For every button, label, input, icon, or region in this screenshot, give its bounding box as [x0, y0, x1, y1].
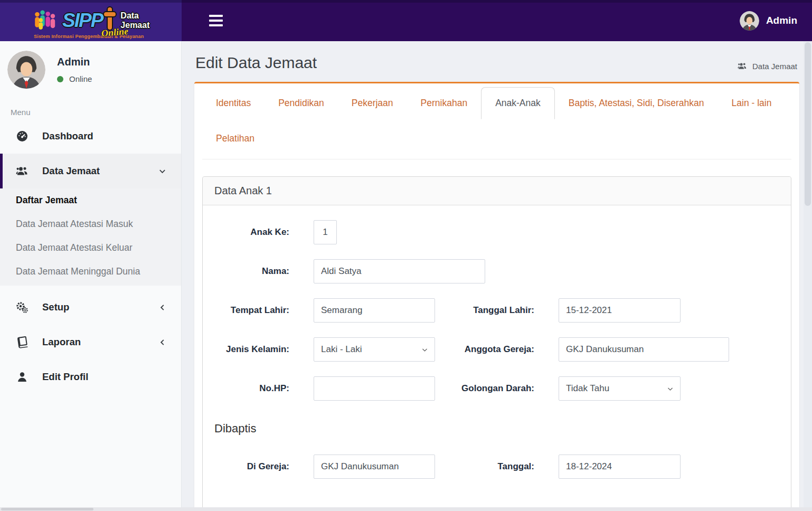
tanggal-baptis-label: Tanggal:: [457, 460, 534, 474]
vertical-scrollbar[interactable]: [804, 41, 812, 507]
nama-label: Nama:: [212, 264, 289, 278]
chevron-left-icon: [158, 338, 166, 346]
chevron-down-icon: [667, 385, 674, 392]
form-row-baptis: Di Gereja: Tanggal:: [212, 455, 782, 479]
sidebar-toggle-button[interactable]: [209, 15, 223, 26]
chevron-left-icon: [158, 304, 166, 311]
logo-online-text: Online: [101, 26, 129, 39]
anggota-gereja-label: Anggota Gereja:: [457, 343, 534, 356]
sidebar: Admin Online Menu Dashboard Data Jemaat: [0, 41, 182, 507]
main-content: Edit Data Jemaat Data Jemaat Identitas P…: [182, 41, 804, 507]
di-gereja-input[interactable]: [314, 455, 435, 479]
navbar-avatar: [740, 11, 759, 31]
tanggal-baptis-input[interactable]: [559, 455, 681, 479]
golongan-darah-select[interactable]: Tidak Tahu: [559, 376, 681, 401]
anak-ke-input[interactable]: [314, 220, 337, 244]
logo-wordmark: SIPP Online Data Jemaat: [62, 10, 159, 32]
sidebar-item-edit-profil[interactable]: Edit Profil: [0, 359, 181, 394]
tab-baptis-atestasi-sidi-diserahkan[interactable]: Baptis, Atestasi, Sidi, Diserahkan: [555, 91, 718, 115]
cross-icon: [103, 7, 116, 30]
form-row-hp-darah: No.HP: Golongan Darah: Tidak Tahu: [212, 376, 782, 401]
gears-icon: [16, 301, 29, 314]
jenis-kelamin-select[interactable]: Laki - Laki: [314, 337, 435, 362]
no-hp-input[interactable]: [314, 376, 435, 401]
sidebar-item-data-jemaat[interactable]: Data Jemaat: [0, 154, 181, 188]
sidebar-subitem-atestasi-masuk[interactable]: Data Jemaat Atestasi Masuk: [0, 212, 181, 236]
dibaptis-section-heading: Dibaptis: [214, 422, 782, 436]
tab-pernikahan[interactable]: Pernikahan: [407, 91, 481, 115]
users-icon: [738, 61, 747, 71]
sidebar-user-panel: Admin Online: [0, 41, 181, 98]
tempat-lahir-input[interactable]: [314, 298, 435, 323]
horizontal-scrollbar-thumb[interactable]: [1, 508, 93, 510]
sidebar-item-label: Dashboard: [42, 130, 93, 142]
no-hp-label: No.HP:: [212, 382, 289, 395]
sidebar-item-laporan[interactable]: Laporan: [0, 325, 181, 359]
sidebar-item-label: Edit Profil: [42, 371, 88, 383]
page-title: Edit Data Jemaat: [195, 54, 317, 72]
tab-lain-lain[interactable]: Lain - lain: [718, 91, 786, 115]
anak-ke-label: Anak Ke:: [212, 225, 289, 239]
vertical-scrollbar-thumb[interactable]: [805, 42, 811, 206]
form-row-nama: Nama:: [212, 259, 782, 283]
golongan-darah-label: Golongan Darah:: [457, 382, 534, 395]
breadcrumb[interactable]: Data Jemaat: [738, 61, 797, 72]
users-icon: [16, 165, 29, 177]
menu-section-label: Menu: [0, 98, 181, 119]
jenis-kelamin-label: Jenis Kelamin:: [212, 343, 289, 356]
sidebar-subitem-atestasi-keluar[interactable]: Data Jemaat Atestasi Keluar: [0, 236, 181, 260]
sidebar-user-name: Admin: [57, 56, 92, 68]
hamburger-icon: [209, 15, 223, 17]
app-logo[interactable]: SIPP Online Data Jemaat Sistem Informasi…: [0, 0, 182, 41]
tanggal-lahir-input[interactable]: [559, 298, 681, 323]
anggota-gereja-input[interactable]: [559, 337, 729, 362]
sidebar-subitem-meninggal-dunia[interactable]: Data Jemaat Meninggal Dunia: [0, 260, 181, 283]
online-status-dot: [57, 76, 63, 82]
breadcrumb-label: Data Jemaat: [752, 62, 797, 71]
sidebar-item-setup[interactable]: Setup: [0, 290, 181, 325]
data-anak-panel: Data Anak 1 Anak Ke: Nama: Tempat Lahir:: [202, 176, 791, 507]
sidebar-submenu-data-jemaat: Daftar Jemaat Data Jemaat Atestasi Masuk…: [0, 188, 181, 286]
form-row-kelamin-gereja: Jenis Kelamin: Laki - Laki Anggota Gerej…: [212, 337, 782, 362]
sidebar-item-label: Setup: [42, 301, 69, 313]
sidebar-item-label: Laporan: [42, 336, 81, 348]
tab-pekerjaan[interactable]: Pekerjaan: [338, 91, 407, 115]
di-gereja-label: Di Gereja:: [212, 460, 289, 474]
tab-pendidikan[interactable]: Pendidikan: [265, 91, 338, 115]
sidebar-avatar: [7, 51, 45, 89]
golongan-darah-value: Tidak Tahu: [566, 383, 609, 394]
tanggal-lahir-label: Tanggal Lahir:: [457, 304, 534, 317]
jenis-kelamin-value: Laki - Laki: [321, 344, 362, 355]
tab-identitas[interactable]: Identitas: [202, 91, 265, 115]
sidebar-item-dashboard[interactable]: Dashboard: [0, 119, 181, 154]
tab-anak-anak[interactable]: Anak-Anak: [481, 87, 555, 119]
top-navbar: Admin: [182, 0, 812, 41]
sidebar-user-status: Online: [57, 74, 92, 83]
people-cluster-icon: [33, 7, 61, 34]
nama-input[interactable]: [314, 259, 485, 283]
report-icon: [16, 336, 29, 348]
navbar-user-name: Admin: [766, 15, 797, 26]
content-header: Edit Data Jemaat Data Jemaat: [182, 41, 804, 72]
navbar-user-menu[interactable]: Admin: [740, 11, 797, 31]
chevron-down-icon: [421, 346, 428, 353]
chevron-down-icon: [158, 167, 166, 175]
online-status-label: Online: [69, 74, 92, 83]
tempat-lahir-label: Tempat Lahir:: [212, 304, 289, 317]
tab-pelatihan[interactable]: Pelatihan: [202, 127, 268, 150]
dashboard-icon: [16, 130, 29, 143]
sidebar-subitem-daftar-jemaat[interactable]: Daftar Jemaat: [0, 188, 181, 212]
edit-form-card: Identitas Pendidikan Pekerjaan Pernikaha…: [194, 82, 799, 507]
form-row-anak-ke: Anak Ke:: [212, 220, 782, 244]
tab-bar: Identitas Pendidikan Pekerjaan Pernikaha…: [202, 91, 791, 150]
logo-sipp-text: SIPP: [62, 10, 102, 32]
panel-body: Anak Ke: Nama: Tempat Lahir:: [203, 205, 791, 507]
panel-title: Data Anak 1: [203, 177, 791, 205]
form-row-lahir: Tempat Lahir: Tanggal Lahir:: [212, 298, 782, 323]
tabs-divider: [202, 159, 791, 159]
horizontal-scrollbar[interactable]: [0, 507, 812, 511]
sidebar-item-label: Data Jemaat: [42, 165, 100, 177]
user-icon: [16, 371, 29, 383]
